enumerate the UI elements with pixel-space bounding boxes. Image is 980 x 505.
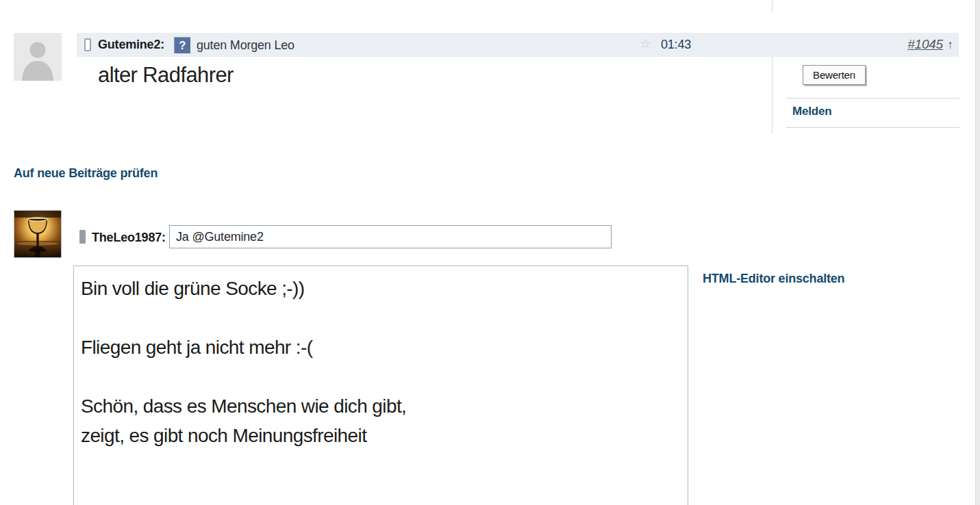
reply-subject-input[interactable]: [169, 225, 612, 248]
star-icon[interactable]: ☆: [640, 36, 651, 51]
unknown-flag-icon: ?: [174, 37, 190, 53]
user-status-icon: [79, 230, 86, 244]
avatar-theleo1987[interactable]: [14, 210, 62, 258]
reply-body-textarea[interactable]: Bin voll die grüne Socke ;-)) Fliegen ge…: [73, 266, 688, 505]
scrollbar-track[interactable]: [975, 0, 980, 505]
person-silhouette-icon: [14, 33, 62, 81]
comment-body-text: alter Radfahrer: [98, 62, 234, 89]
up-arrow-icon[interactable]: ↑: [947, 38, 953, 52]
avatar-placeholder[interactable]: [14, 33, 62, 81]
reply-author: TheLeo1987:: [92, 231, 166, 245]
wine-glass-sunset-image: [14, 211, 61, 257]
comment-subject: guten Morgen Leo: [197, 38, 294, 53]
column-divider: [772, 0, 772, 12]
user-status-icon: [84, 38, 91, 51]
report-link[interactable]: Melden: [792, 105, 831, 118]
divider-line: [786, 127, 959, 128]
html-editor-toggle-link[interactable]: HTML-Editor einschalten: [703, 272, 844, 286]
comment-time: 01:43: [661, 38, 691, 52]
post-number-link[interactable]: #1045: [907, 37, 943, 52]
check-new-posts-link[interactable]: Auf neue Beiträge prüfen: [14, 166, 158, 181]
column-divider: [772, 57, 772, 133]
comment-header-bar: Gutemine2: ? guten Morgen Leo ☆ 01:43 #1…: [77, 33, 959, 57]
rate-button[interactable]: Bewerten: [803, 65, 866, 85]
comment-author: Gutemine2:: [98, 38, 164, 52]
divider-line: [786, 98, 959, 99]
